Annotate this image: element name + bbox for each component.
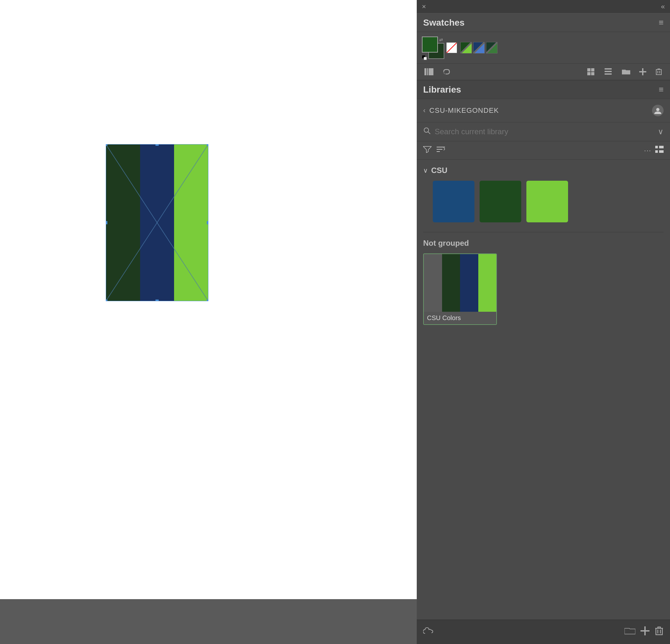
libraries-menu-icon[interactable]: ≡ xyxy=(659,85,664,95)
delete-swatch-button[interactable] xyxy=(653,67,665,77)
preview-stripe-light-green xyxy=(478,254,497,312)
fg-bg-color-boxes[interactable]: ⇄ xyxy=(422,37,444,59)
user-profile-button[interactable] xyxy=(652,105,664,116)
svg-rect-22 xyxy=(591,72,594,75)
csu-group-header[interactable]: ∨ CSU xyxy=(423,166,664,175)
breadcrumb-text: CSU-MIKEGONDEK xyxy=(429,106,499,115)
libraries-title: Libraries xyxy=(423,85,461,95)
none-color-indicators xyxy=(446,42,457,53)
gradient-swatch-2[interactable] xyxy=(473,42,485,54)
library-content: ∨ CSU Not grouped xyxy=(417,160,670,620)
svg-rect-7 xyxy=(156,144,159,146)
svg-rect-37 xyxy=(659,150,664,153)
svg-rect-34 xyxy=(655,146,658,148)
grid-small-button[interactable] xyxy=(585,67,598,77)
library-item-name: CSU Colors xyxy=(424,312,496,324)
close-button[interactable]: × xyxy=(422,3,426,11)
view-options-button[interactable]: ··· xyxy=(644,147,652,154)
preview-stripe-dark-green xyxy=(442,254,460,312)
library-item-csu-colors[interactable]: CSU Colors xyxy=(423,254,497,325)
canvas-bottom-bar xyxy=(0,599,417,644)
preview-stripe-navy xyxy=(460,254,478,312)
gradient-swatch[interactable] xyxy=(460,42,472,54)
svg-rect-9 xyxy=(106,221,107,224)
swatches-menu-icon[interactable]: ≡ xyxy=(659,18,664,28)
svg-rect-20 xyxy=(591,68,594,71)
cloud-sync-button[interactable] xyxy=(423,626,434,638)
libraries-panel: Libraries ≡ ‹ CSU-MIKEGONDEK xyxy=(417,80,670,644)
search-icon xyxy=(423,127,431,137)
gradient-swatch-3[interactable] xyxy=(486,42,497,54)
bottom-bar-right xyxy=(625,626,664,638)
group-name-csu: CSU xyxy=(431,166,447,175)
folder-button[interactable] xyxy=(619,67,633,77)
canvas-section xyxy=(0,0,417,644)
svg-rect-16 xyxy=(425,68,426,75)
artwork-container[interactable] xyxy=(106,144,209,301)
svg-rect-39 xyxy=(641,630,649,631)
title-bar-left: × xyxy=(422,3,426,11)
toolbar-left xyxy=(422,67,453,77)
collapse-button[interactable]: « xyxy=(661,3,665,11)
title-bar: × « xyxy=(417,0,670,13)
svg-rect-15 xyxy=(424,57,427,60)
svg-rect-36 xyxy=(659,146,664,148)
filter-left xyxy=(423,146,445,155)
not-grouped-label: Not grouped xyxy=(423,239,664,248)
swap-colors-icon[interactable]: ⇄ xyxy=(439,37,444,42)
libraries-header: Libraries ≡ xyxy=(417,80,670,99)
bottom-bar-left xyxy=(423,626,434,638)
library-item-preview xyxy=(424,254,496,312)
library-icon-button[interactable] xyxy=(422,67,436,77)
svg-rect-18 xyxy=(429,68,433,75)
svg-rect-17 xyxy=(427,68,428,75)
search-input[interactable] xyxy=(435,127,654,136)
svg-rect-27 xyxy=(639,71,646,72)
libraries-bottom-bar xyxy=(417,620,670,644)
swatches-header: Swatches ≡ xyxy=(417,13,670,32)
none-color-box[interactable] xyxy=(446,42,457,53)
sort-button[interactable] xyxy=(437,146,445,155)
color-swatch-dark-green[interactable] xyxy=(480,181,521,222)
svg-rect-10 xyxy=(207,221,209,224)
add-item-button[interactable] xyxy=(641,626,649,638)
svg-rect-8 xyxy=(207,144,209,146)
color-swatch-light-green[interactable] xyxy=(526,181,568,222)
color-swatch-blue[interactable] xyxy=(433,181,474,222)
svg-rect-24 xyxy=(605,71,612,72)
right-panel: × « Swatches ≡ xyxy=(417,0,670,644)
svg-rect-6 xyxy=(106,144,107,146)
swatches-title: Swatches xyxy=(423,18,465,28)
svg-point-29 xyxy=(424,128,429,132)
filter-right: ··· xyxy=(644,146,664,155)
swatches-toolbar xyxy=(417,64,670,80)
back-chevron-icon[interactable]: ‹ xyxy=(423,106,425,115)
foreground-color-box[interactable] xyxy=(422,37,438,53)
filter-button[interactable] xyxy=(423,146,431,155)
group-chevron-icon: ∨ xyxy=(423,167,428,174)
color-mode-indicators xyxy=(460,42,497,54)
artwork-svg xyxy=(106,144,209,301)
svg-rect-12 xyxy=(156,300,159,301)
preview-stripe-gray xyxy=(424,254,442,312)
csu-color-swatches xyxy=(423,181,664,222)
swatch-colors-row: ⇄ xyxy=(417,32,670,64)
list-view-button[interactable] xyxy=(602,67,616,77)
add-swatch-button[interactable] xyxy=(636,67,649,77)
not-grouped-items: CSU Colors xyxy=(423,254,664,325)
svg-rect-13 xyxy=(207,300,209,301)
svg-rect-23 xyxy=(605,68,612,70)
filter-row: ··· xyxy=(417,141,670,160)
reset-colors-icon[interactable] xyxy=(422,53,427,58)
delete-item-button[interactable] xyxy=(655,626,664,638)
link-icon-button[interactable] xyxy=(440,67,453,77)
search-chevron-icon[interactable]: ∨ xyxy=(658,127,664,136)
svg-rect-21 xyxy=(587,72,590,75)
canvas-area xyxy=(0,0,417,599)
toolbar-right xyxy=(585,67,665,77)
svg-rect-2 xyxy=(174,144,209,301)
list-view-toggle-button[interactable] xyxy=(655,146,664,155)
svg-rect-19 xyxy=(587,68,590,71)
open-folder-button[interactable] xyxy=(625,626,635,638)
app-layout: × « Swatches ≡ xyxy=(0,0,670,644)
